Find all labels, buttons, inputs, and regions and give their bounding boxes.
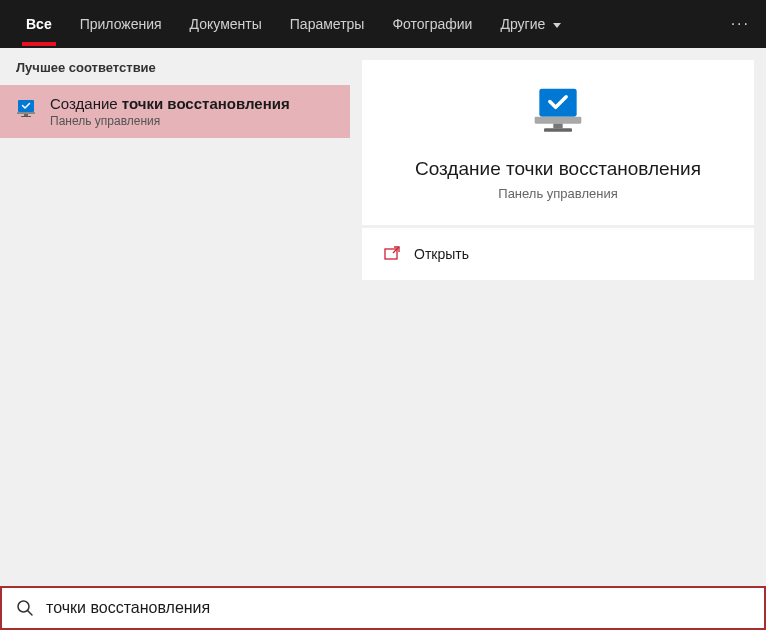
svg-rect-5 bbox=[535, 117, 582, 124]
tab-photos[interactable]: Фотографии bbox=[378, 2, 486, 46]
svg-line-10 bbox=[28, 611, 33, 616]
open-icon bbox=[384, 246, 400, 262]
preview-actions: Открыть bbox=[362, 228, 754, 280]
preview-pane: Создание точки восстановления Панель упр… bbox=[350, 48, 766, 586]
tab-other-label: Другие bbox=[500, 16, 545, 32]
header-tabs: Все Приложения Документы Параметры Фотог… bbox=[0, 0, 766, 48]
svg-rect-6 bbox=[553, 124, 562, 129]
tab-all[interactable]: Все bbox=[12, 2, 66, 46]
result-title-prefix: Создание bbox=[50, 95, 122, 112]
search-input[interactable] bbox=[46, 599, 750, 617]
tab-documents[interactable]: Документы bbox=[176, 2, 276, 46]
result-item-restore-point[interactable]: Создание точки восстановления Панель упр… bbox=[0, 85, 350, 138]
preview-card: Создание точки восстановления Панель упр… bbox=[362, 60, 754, 225]
result-text: Создание точки восстановления Панель упр… bbox=[50, 95, 290, 128]
svg-rect-7 bbox=[544, 128, 572, 132]
preview-subtitle: Панель управления bbox=[498, 186, 617, 201]
tab-apps[interactable]: Приложения bbox=[66, 2, 176, 46]
svg-rect-1 bbox=[17, 112, 35, 114]
section-header-best-match: Лучшее соответствие bbox=[0, 48, 350, 85]
content-area: Лучшее соответствие Создание точки восст… bbox=[0, 48, 766, 586]
svg-rect-3 bbox=[21, 116, 31, 117]
action-open[interactable]: Открыть bbox=[362, 232, 754, 276]
result-subtitle: Панель управления bbox=[50, 114, 290, 128]
svg-rect-2 bbox=[24, 114, 28, 116]
more-button[interactable]: ··· bbox=[731, 15, 750, 33]
results-pane: Лучшее соответствие Создание точки восст… bbox=[0, 48, 350, 586]
preview-title: Создание точки восстановления bbox=[415, 158, 701, 180]
ellipsis-icon: ··· bbox=[731, 15, 750, 32]
search-icon bbox=[16, 599, 34, 617]
search-bar[interactable] bbox=[0, 586, 766, 630]
monitor-check-icon bbox=[14, 97, 38, 121]
result-title-bold: точки восстановления bbox=[122, 95, 290, 112]
action-open-label: Открыть bbox=[414, 246, 469, 262]
tab-settings[interactable]: Параметры bbox=[276, 2, 379, 46]
chevron-down-icon bbox=[553, 23, 561, 28]
tab-other[interactable]: Другие bbox=[486, 2, 575, 46]
monitor-check-icon bbox=[530, 84, 586, 140]
result-title: Создание точки восстановления bbox=[50, 95, 290, 112]
